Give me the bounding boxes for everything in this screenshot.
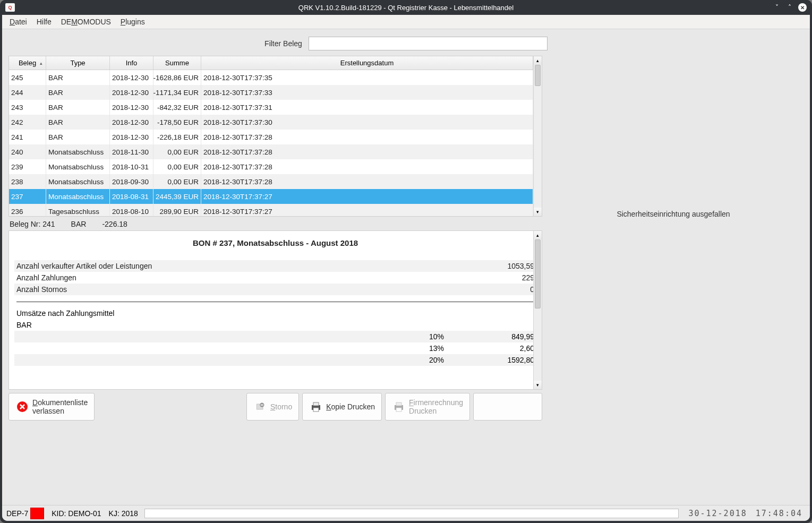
receipt-scrollbar[interactable]: ▴ ▾	[533, 231, 542, 389]
scroll-down-icon[interactable]: ▾	[534, 208, 542, 216]
status-indicator-red	[30, 508, 44, 519]
table-row[interactable]: 244BAR2018-12-30-1171,34 EUR2018-12-30T1…	[9, 85, 542, 100]
col-date[interactable]: Erstellungsdatum	[201, 56, 533, 70]
menu-plugins[interactable]: Plugins	[121, 18, 145, 26]
scroll-up-icon[interactable]: ▴	[534, 56, 542, 65]
cell-date: 2018-12-30T17:37:33	[201, 85, 533, 100]
cell-summe: 289,90 EUR	[153, 204, 201, 216]
cell-info: 2018-08-31	[110, 189, 153, 204]
printer-icon	[309, 400, 323, 414]
cell-summe: 0,00 EUR	[153, 159, 201, 174]
table-row[interactable]: 239Monatsabschluss2018-10-310,00 EUR2018…	[9, 159, 542, 174]
cell-type: BAR	[46, 100, 110, 115]
menubar: Datei Hilfe DEMOMODUS Plugins	[2, 15, 810, 29]
close-button[interactable]	[798, 3, 807, 12]
cell-beleg: 238	[9, 174, 46, 189]
cell-info: 2018-09-30	[110, 174, 153, 189]
cell-beleg: 237	[9, 189, 46, 204]
cell-type: Monatsabschluss	[46, 144, 110, 159]
menu-datei[interactable]: Datei	[10, 18, 27, 26]
table-scrollbar[interactable]: ▴ ▾	[533, 56, 542, 216]
info-type: BAR	[71, 220, 87, 228]
receipt-section: Umsätze nach Zahlungsmittel	[14, 307, 536, 319]
cancel-icon	[253, 400, 267, 414]
status-dep: DEP-7	[6, 509, 28, 518]
cell-date: 2018-12-30T17:37:27	[201, 189, 533, 204]
scroll-thumb[interactable]	[535, 239, 541, 308]
right-panel: Sicherheitseinrichtung ausgefallen	[543, 56, 804, 503]
storno-button[interactable]: Storno	[246, 393, 299, 421]
minimize-button[interactable]	[773, 3, 781, 12]
filter-input[interactable]	[309, 37, 548, 50]
cell-date: 2018-12-30T17:37:28	[201, 144, 533, 159]
app-window: Q QRK V1.10.2.Build-181229 - Qt Registri…	[0, 0, 812, 523]
exit-list-button[interactable]: DDokumentenlisteokumentenlisteverlassen	[8, 393, 95, 421]
table-row[interactable]: 237Monatsabschluss2018-08-312445,39 EUR2…	[9, 189, 542, 204]
cell-type: Monatsabschluss	[46, 174, 110, 189]
firmenrechnung-button[interactable]: FirmenrechnungDrucken	[385, 393, 470, 421]
statusbar: DEP-7 KID: DEMO-01 KJ: 2018 30-12-2018 1…	[2, 505, 810, 521]
scroll-down-icon[interactable]: ▾	[534, 381, 542, 389]
cell-summe: -1628,86 EUR	[153, 70, 201, 85]
cell-type: BAR	[46, 115, 110, 130]
cell-summe: -226,18 EUR	[153, 130, 201, 144]
cell-info: 2018-12-30	[110, 70, 153, 85]
col-info[interactable]: Info	[110, 56, 153, 70]
cell-info: 2018-10-31	[110, 159, 153, 174]
tax-amount: 1592,80	[444, 356, 534, 364]
cell-info: 2018-12-30	[110, 85, 153, 100]
scroll-up-icon[interactable]: ▴	[534, 231, 542, 239]
receipt-paytype: BAR	[14, 319, 536, 331]
tax-pct: 13%	[401, 344, 444, 353]
filter-label: Filter Beleg	[264, 39, 302, 48]
cell-summe: -842,32 EUR	[153, 100, 201, 115]
receipt-row-value: 0	[449, 285, 534, 294]
receipt-row-value: 229	[449, 273, 534, 282]
menu-demomodus[interactable]: DEMOMODUS	[61, 18, 111, 26]
menu-hilfe[interactable]: Hilfe	[37, 18, 52, 26]
col-summe[interactable]: Summe	[153, 56, 201, 70]
table-row[interactable]: 245BAR2018-12-30-1628,86 EUR2018-12-30T1…	[9, 70, 542, 85]
tax-amount: 2,60	[444, 344, 534, 353]
empty-button[interactable]	[473, 393, 542, 421]
status-date: 30-12-2018	[685, 509, 750, 518]
cell-type: Monatsabschluss	[46, 189, 110, 204]
button-bar: DDokumentenlisteokumentenlisteverlassen …	[8, 390, 542, 422]
col-beleg[interactable]: Beleg	[9, 56, 46, 70]
receipt-row-label: Anzahl Zahlungen	[16, 273, 449, 282]
filter-row: Filter Beleg	[8, 33, 804, 53]
tax-pct: 10%	[401, 332, 444, 341]
status-kj: KJ: 2018	[109, 509, 138, 518]
receipts-table: Beleg Type Info Summe Erstellungsdatum 2…	[8, 56, 542, 217]
cell-type: Tagesabschluss	[46, 204, 110, 216]
status-progress	[144, 509, 679, 518]
kopie-drucken-button[interactable]: Kopie Drucken	[302, 393, 382, 421]
scroll-thumb[interactable]	[535, 65, 541, 86]
cell-summe: 0,00 EUR	[153, 144, 201, 159]
table-row[interactable]: 240Monatsabschluss2018-11-300,00 EUR2018…	[9, 144, 542, 159]
cell-info: 2018-08-10	[110, 204, 153, 216]
table-row[interactable]: 243BAR2018-12-30-842,32 EUR2018-12-30T17…	[9, 100, 542, 115]
cell-summe: 2445,39 EUR	[153, 189, 201, 204]
app-icon: Q	[5, 3, 15, 12]
security-warning: Sicherheitseinrichtung ausgefallen	[617, 210, 730, 218]
col-type[interactable]: Type	[46, 56, 110, 70]
receipt-row-value: 1053,59	[449, 262, 534, 270]
cell-beleg: 244	[9, 85, 46, 100]
tax-amount: 849,99	[444, 332, 534, 341]
info-amount: -226.18	[102, 220, 127, 228]
table-row[interactable]: 238Monatsabschluss2018-09-300,00 EUR2018…	[9, 174, 542, 189]
table-row[interactable]: 242BAR2018-12-30-178,50 EUR2018-12-30T17…	[9, 115, 542, 130]
selection-info: Beleg Nr: 241 BAR -226.18	[8, 217, 542, 230]
cell-beleg: 245	[9, 70, 46, 85]
maximize-button[interactable]	[785, 3, 794, 12]
status-kid: KID: DEMO-01	[52, 509, 101, 518]
cell-date: 2018-12-30T17:37:35	[201, 70, 533, 85]
close-red-icon	[15, 400, 29, 414]
cell-date: 2018-12-30T17:37:27	[201, 204, 533, 216]
table-row[interactable]: 241BAR2018-12-30-226,18 EUR2018-12-30T17…	[9, 130, 542, 144]
table-row[interactable]: 236Tagesabschluss2018-08-10289,90 EUR201…	[9, 204, 542, 216]
cell-info: 2018-12-30	[110, 130, 153, 144]
titlebar: Q QRK V1.10.2.Build-181229 - Qt Registri…	[0, 0, 812, 15]
cell-beleg: 243	[9, 100, 46, 115]
